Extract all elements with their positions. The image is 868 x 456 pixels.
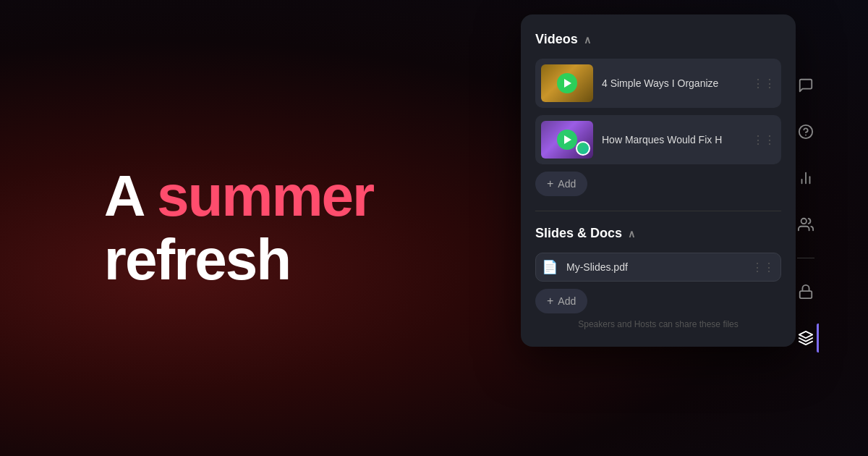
play-button-1[interactable] — [557, 73, 577, 93]
svg-rect-6 — [800, 291, 812, 298]
hero-line1: A summer — [104, 164, 373, 228]
video-thumb-2 — [541, 121, 593, 159]
hero-text: A summer refresh — [104, 164, 373, 292]
plus-icon: + — [547, 177, 553, 190]
video-title-2: How Marques Would Fix H — [602, 134, 744, 145]
panel-container: Videos ∧ 4 Simple Ways I Organize ⋮⋮ — [521, 14, 825, 347]
thumb-person — [576, 141, 590, 156]
add-slides-label: Add — [558, 295, 576, 307]
video-title-1: 4 Simple Ways I Organize — [602, 77, 744, 89]
hero-section: A summer refresh — [0, 0, 477, 456]
people-icon[interactable] — [793, 211, 819, 237]
chevron-up-icon[interactable]: ∧ — [584, 34, 591, 46]
video-thumb-1 — [541, 64, 593, 102]
add-video-button[interactable]: + Add — [535, 172, 587, 196]
layers-icon[interactable] — [793, 325, 819, 351]
slides-title: Slides & Docs ∧ — [535, 226, 635, 241]
chart-icon[interactable] — [793, 165, 819, 191]
play-button-2[interactable] — [557, 130, 577, 150]
videos-section-header: Videos ∧ — [535, 32, 781, 47]
slides-item-1[interactable]: 📄 My-Slides.pdf ⋮⋮ — [535, 253, 781, 282]
hero-accent: summer — [157, 164, 373, 228]
slides-drag-handle[interactable]: ⋮⋮ — [752, 261, 775, 274]
add-video-label: Add — [558, 178, 576, 190]
main-panel: Videos ∧ 4 Simple Ways I Organize ⋮⋮ — [521, 14, 796, 347]
slides-section: Slides & Docs ∧ 📄 My-Slides.pdf ⋮⋮ + Add… — [535, 226, 781, 329]
hero-prefix: A — [104, 164, 157, 228]
video-item-1[interactable]: 4 Simple Ways I Organize ⋮⋮ — [535, 59, 781, 108]
slides-chevron-icon[interactable]: ∧ — [628, 228, 635, 240]
play-triangle-icon — [564, 79, 571, 88]
svg-marker-7 — [799, 332, 812, 338]
slides-title-1: My-Slides.pdf — [566, 261, 743, 273]
video-item-2[interactable]: How Marques Would Fix H ⋮⋮ — [535, 115, 781, 164]
lock-icon[interactable] — [793, 279, 819, 305]
active-indicator — [817, 324, 819, 352]
help-icon[interactable] — [793, 119, 819, 145]
sidebar-divider — [797, 258, 814, 258]
file-icon: 📄 — [542, 259, 558, 275]
section-divider — [535, 211, 781, 211]
slides-section-header: Slides & Docs ∧ — [535, 226, 781, 241]
chat-icon[interactable] — [793, 72, 819, 98]
slides-hint: Speakers and Hosts can share these files — [535, 319, 781, 329]
play-triangle-icon-2 — [564, 135, 571, 144]
videos-title: Videos ∧ — [535, 32, 591, 47]
hero-line2: refresh — [104, 228, 373, 292]
svg-point-5 — [801, 219, 807, 224]
drag-handle-1[interactable]: ⋮⋮ — [752, 77, 775, 90]
right-panel-section: Videos ∧ 4 Simple Ways I Organize ⋮⋮ — [477, 0, 868, 456]
drag-handle-2[interactable]: ⋮⋮ — [752, 133, 775, 147]
sidebar-icons — [787, 14, 825, 456]
plus-icon-slides: + — [547, 295, 553, 308]
add-slides-button[interactable]: + Add — [535, 289, 587, 313]
